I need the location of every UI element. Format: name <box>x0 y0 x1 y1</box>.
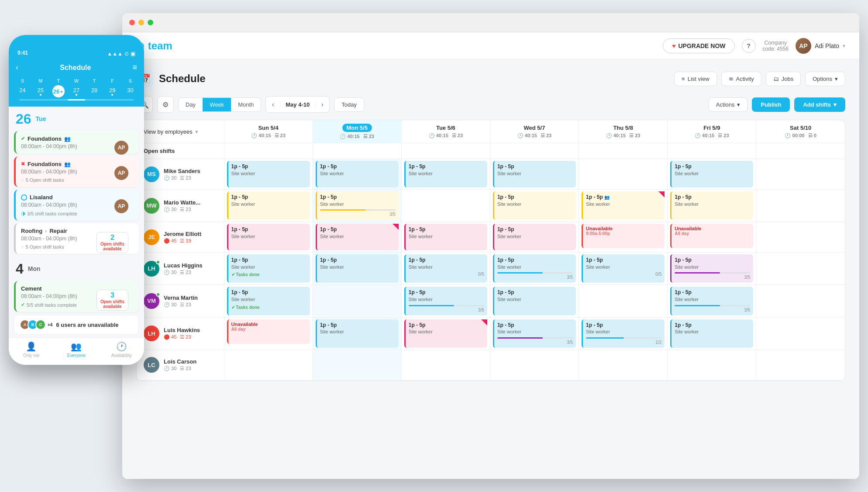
shift-block[interactable]: 1p - 5p Site worker <box>493 224 576 250</box>
phone-back-button[interactable]: ‹ <box>16 63 18 72</box>
user-profile[interactable]: AP Adi Plato ▾ <box>796 38 845 54</box>
unavail-group[interactable]: A B C +4 6 users are unavailable <box>14 315 139 335</box>
shift-card-lisaland[interactable]: Lisaland 08:00am - 04:00pm (8h) ◑ 3/5 sh… <box>14 190 139 221</box>
shift-block[interactable]: 1p - 5p Site worker <box>493 287 576 315</box>
shift-block[interactable]: 1p - 5p Site worker 1/2 <box>582 319 665 348</box>
shift-block[interactable]: 1p - 5p Site worker <box>316 161 399 187</box>
mike-sun[interactable]: 1p - 5p Site worker <box>224 159 313 190</box>
shift-block[interactable]: 1p - 5p Site worker 3/5 <box>404 287 487 315</box>
verna-tue[interactable]: 1p - 5p Site worker 3/5 <box>401 285 490 317</box>
shift-block[interactable]: 1p - 5p Site worker <box>404 161 487 187</box>
mike-tue[interactable]: 1p - 5p Site worker <box>401 159 490 190</box>
jerome-tue[interactable]: 1p - 5p Site worker <box>401 222 490 253</box>
lucas-mon[interactable]: 1p - 5p Site worker <box>313 253 401 285</box>
close-traffic-light[interactable] <box>129 20 135 25</box>
view-by-employees[interactable]: View by employees ▾ <box>144 128 217 135</box>
upgrade-now-button[interactable]: ♥ UPGRADE NOW <box>663 38 734 53</box>
shift-block[interactable]: 1p - 5p Site worker <box>493 191 576 220</box>
shift-block[interactable]: 1p - 5p Site worker <box>227 191 310 220</box>
shift-block[interactable]: 1p - 5p Site worker 3/5 <box>493 254 576 283</box>
cal-day-26[interactable]: 26 <box>52 85 65 97</box>
lucas-sun[interactable]: 1p - 5p Site worker ✔ Tasks done <box>224 253 313 285</box>
help-button[interactable]: ? <box>742 39 756 53</box>
shift-block[interactable]: 1p - 5p Site worker <box>670 191 753 220</box>
shift-block[interactable]: 1p - 5p Site worker <box>670 161 753 187</box>
shift-block[interactable]: 1p - 5p Site worker <box>227 161 310 187</box>
jerome-sun[interactable]: 1p - 5p Site worker <box>224 222 313 253</box>
filter-button[interactable]: ⚙ <box>157 96 174 113</box>
shift-card-foundations-red[interactable]: ✖ Foundations 👥 08:00am - 04:00pm (8h) ○… <box>14 156 139 187</box>
luis-wed[interactable]: 1p - 5p Site worker 3/5 <box>490 317 579 350</box>
shift-card-foundations-green[interactable]: ✔ Foundations 👥 08:00am - 04:00pm (8h) A… <box>14 131 139 154</box>
cal-day-28[interactable]: 28 <box>86 85 103 97</box>
luis-fri[interactable]: 1p - 5p Site worker <box>668 317 756 350</box>
shift-block[interactable]: 1p - 5p Site worker 3/5 <box>316 191 399 220</box>
shift-block[interactable]: 1p - 5p Site worker <box>316 254 399 283</box>
footer-everyone[interactable]: 👥 Everyone <box>54 341 99 358</box>
publish-button[interactable]: Publish <box>752 97 790 112</box>
shift-block[interactable]: 1p - 5p Site worker <box>493 161 576 187</box>
mario-thu[interactable]: 1p - 5p 👥 Site worker <box>579 190 668 222</box>
shift-block[interactable]: 1p - 5p Site worker <box>316 224 399 250</box>
cal-day-29[interactable]: 29 <box>104 85 121 97</box>
phone-menu-button[interactable]: ≡ <box>132 63 137 72</box>
lucas-thu[interactable]: 1p - 5p Site worker 0/5 <box>579 253 668 285</box>
list-view-button[interactable]: ≡ List view <box>674 72 716 86</box>
options-button[interactable]: Options ▾ <box>805 72 845 86</box>
add-shifts-button[interactable]: Add shifts ▾ <box>794 97 845 112</box>
shift-block[interactable]: 1p - 5p Site worker ✔ Tasks done <box>227 254 310 283</box>
shift-block[interactable]: 1p - 5p Site worker <box>227 224 310 250</box>
shift-block[interactable]: 1p - 5p Site worker 3/5 <box>670 254 753 283</box>
actions-button[interactable]: Actions ▾ <box>709 97 748 112</box>
verna-sun[interactable]: 1p - 5p Site worker ✔ Tasks done <box>224 285 313 317</box>
footer-only-me[interactable]: 👤 Only me <box>9 341 54 358</box>
date-num-26: 26 <box>16 112 31 126</box>
luis-thu[interactable]: 1p - 5p Site worker 1/2 <box>579 317 668 350</box>
shift-card-cement[interactable]: Cement 08:00am - 04:00pm (8h) ✔ 5/5 shif… <box>14 281 139 312</box>
today-button[interactable]: Today <box>334 97 364 112</box>
week-button[interactable]: Week <box>203 98 231 111</box>
jobs-button[interactable]: 🗂 Jobs <box>766 72 801 86</box>
verna-fri[interactable]: 1p - 5p Site worker 3/5 <box>668 285 756 317</box>
footer-availability[interactable]: 🕐 Availability <box>99 341 144 358</box>
activity-button[interactable]: ≋ Activity <box>721 72 761 86</box>
shift-block[interactable]: 1p - 5p Site worker 0/5 <box>404 254 487 283</box>
shift-block[interactable]: 1p - 5p Site worker ✔ Tasks done <box>227 287 310 315</box>
jerome-wed[interactable]: 1p - 5p Site worker <box>490 222 579 253</box>
cal-day-24[interactable]: 24 <box>14 85 31 97</box>
mike-mon[interactable]: 1p - 5p Site worker <box>313 159 401 190</box>
mario-wed[interactable]: 1p - 5p Site worker <box>490 190 579 222</box>
luis-tue[interactable]: 1p - 5p Site worker <box>401 317 490 350</box>
shift-block[interactable]: 1p - 5p 👥 Site worker <box>582 191 665 220</box>
lucas-tue[interactable]: 1p - 5p Site worker 0/5 <box>401 253 490 285</box>
mike-wed[interactable]: 1p - 5p Site worker <box>490 159 579 190</box>
mario-fri[interactable]: 1p - 5p Site worker <box>668 190 756 222</box>
shift-block[interactable]: 1p - 5p Site worker <box>404 319 487 348</box>
shift-block[interactable]: 1p - 5p Site worker 0/5 <box>582 254 665 283</box>
next-date-button[interactable]: › <box>315 97 329 112</box>
employee-cell-luis: LH Luis Hawkins 🔴 45 ☰ 23 <box>137 317 224 350</box>
shift-card-roofing[interactable]: Roofing › Repair 08:00am - 04:00pm (8h) … <box>14 223 139 254</box>
lucas-wed[interactable]: 1p - 5p Site worker 3/5 <box>490 253 579 285</box>
minimize-traffic-light[interactable] <box>138 20 144 25</box>
shift-block[interactable]: 1p - 5p Site worker <box>670 319 753 348</box>
shift-block[interactable]: 1p - 5p Site worker 3/5 <box>670 287 753 315</box>
mario-sun[interactable]: 1p - 5p Site worker <box>224 190 313 222</box>
shift-block[interactable]: 1p - 5p Site worker 3/5 <box>493 319 576 348</box>
mario-mon[interactable]: 1p - 5p Site worker 3/5 <box>313 190 401 222</box>
month-button[interactable]: Month <box>231 98 261 111</box>
maximize-traffic-light[interactable] <box>148 20 153 25</box>
day-button[interactable]: Day <box>179 98 203 111</box>
cal-day-30[interactable]: 30 <box>122 85 139 97</box>
prev-date-button[interactable]: ‹ <box>266 97 280 112</box>
lucas-fri[interactable]: 1p - 5p Site worker 3/5 <box>668 253 756 285</box>
footer-label-availability: Availability <box>111 353 132 358</box>
luis-mon[interactable]: 1p - 5p Site worker <box>313 317 401 350</box>
mike-fri[interactable]: 1p - 5p Site worker <box>668 159 756 190</box>
verna-wed[interactable]: 1p - 5p Site worker <box>490 285 579 317</box>
jerome-mon[interactable]: 1p - 5p Site worker <box>313 222 401 253</box>
cal-day-27[interactable]: 27 <box>68 85 85 97</box>
shift-block[interactable]: 1p - 5p Site worker <box>316 319 399 348</box>
shift-block[interactable]: 1p - 5p Site worker <box>404 224 487 250</box>
cal-day-25[interactable]: 25 <box>32 85 49 97</box>
